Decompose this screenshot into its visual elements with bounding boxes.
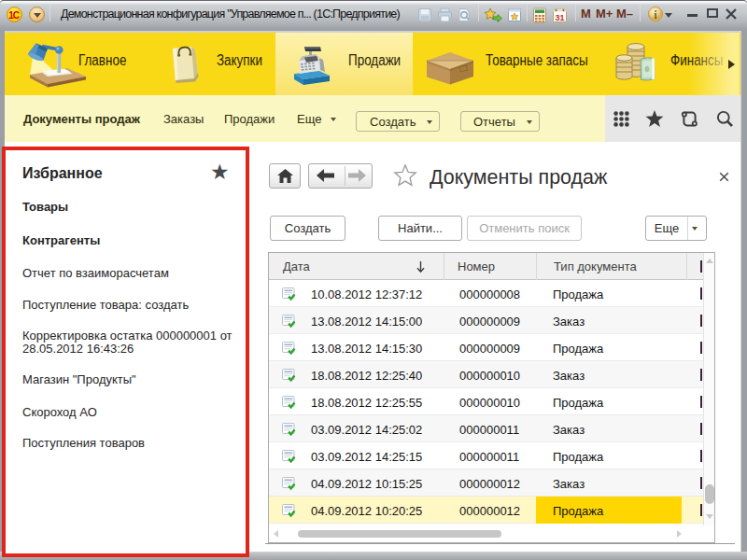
svg-text:31: 31 [555,13,564,22]
